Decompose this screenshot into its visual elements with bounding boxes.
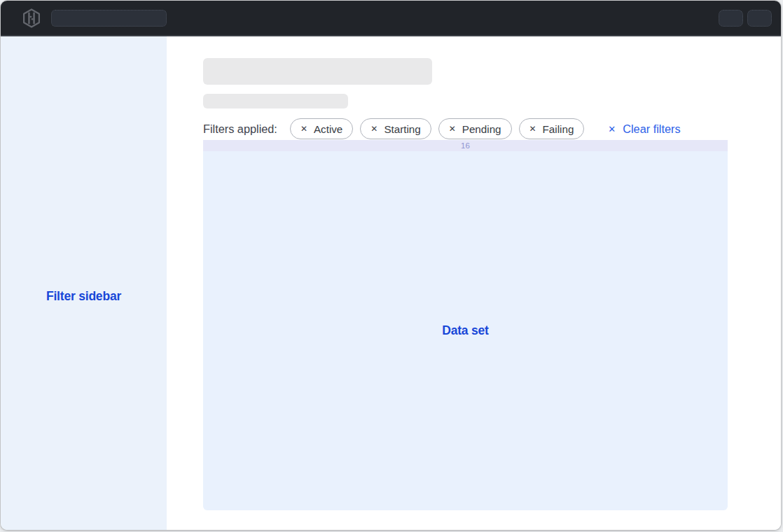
filter-chip-starting[interactable]: ✕ Starting: [360, 118, 431, 139]
clear-filters-label: Clear filters: [623, 122, 680, 136]
clear-filters-icon: ✕: [608, 125, 616, 134]
topbar-action-placeholder-1[interactable]: [719, 10, 743, 27]
page-title-skeleton: [203, 58, 432, 85]
filter-chip-label: Starting: [384, 123, 420, 135]
top-nav-bar: [1, 1, 781, 36]
app-window: Filter sidebar Filters applied: ✕ Active…: [1, 1, 781, 530]
remove-filter-icon[interactable]: ✕: [370, 125, 377, 133]
remove-filter-icon[interactable]: ✕: [529, 125, 536, 133]
filter-sidebar-label: Filter sidebar: [46, 289, 121, 304]
filter-chip-label: Pending: [462, 123, 501, 135]
filter-chip-label: Active: [314, 123, 342, 135]
hashicorp-logo-icon: [21, 8, 42, 29]
filter-chip-active[interactable]: ✕ Active: [290, 118, 353, 139]
filters-applied-label: Filters applied:: [203, 122, 277, 136]
dataset-placeholder: Data set: [203, 151, 728, 510]
body-row: Filter sidebar Filters applied: ✕ Active…: [1, 36, 781, 530]
search-placeholder[interactable]: [51, 10, 167, 27]
clear-filters-button[interactable]: ✕ Clear filters: [608, 122, 680, 136]
filter-sidebar: Filter sidebar: [1, 36, 167, 530]
dataset-label: Data set: [442, 323, 489, 338]
page-subtitle-skeleton: [203, 94, 348, 108]
topbar-action-placeholder-2[interactable]: [747, 10, 772, 27]
applied-filters-row: Filters applied: ✕ Active ✕ Starting ✕: [203, 118, 728, 139]
filter-chip-pending[interactable]: ✕ Pending: [438, 118, 512, 139]
filter-chips: ✕ Active ✕ Starting ✕ Pending ✕: [290, 118, 584, 139]
result-count-bar: 16: [203, 140, 728, 151]
remove-filter-icon[interactable]: ✕: [300, 125, 307, 133]
filter-chip-label: Failing: [543, 123, 574, 135]
main-content: Filters applied: ✕ Active ✕ Starting ✕: [167, 36, 781, 530]
remove-filter-icon[interactable]: ✕: [449, 125, 456, 133]
filter-chip-failing[interactable]: ✕ Failing: [519, 118, 585, 139]
